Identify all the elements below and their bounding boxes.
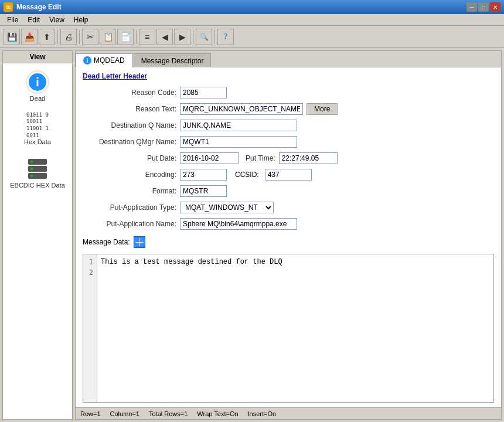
line-number-1: 1 — [87, 257, 93, 267]
put-app-name-label: Put-Application Name: — [83, 220, 176, 228]
encoding-label: Encoding: — [83, 171, 176, 179]
dest-q-name-label: Destination Q Name: — [83, 121, 176, 130]
server-unit-3 — [28, 173, 47, 179]
status-row: Row=1 — [80, 410, 101, 417]
minimize-button[interactable]: ─ — [466, 2, 477, 12]
server-unit-1 — [28, 159, 47, 165]
ebcdic-label: EBCDIC HEX Data — [10, 182, 65, 189]
grid-cell-4 — [139, 243, 144, 247]
menu-view[interactable]: View — [45, 15, 69, 25]
grid-inner-icon — [135, 238, 144, 246]
format-row: Format: — [83, 185, 494, 198]
toolbar-sep-4 — [193, 30, 193, 44]
tab-mqdead-icon: i — [83, 56, 91, 64]
reason-code-label: Reason Code: — [83, 89, 176, 97]
tab-mqdead-label: MQDEAD — [94, 56, 125, 64]
hex-data-label: Hex Data — [24, 138, 51, 145]
window-controls: ─ □ ✕ — [466, 2, 500, 12]
title-bar: ✉ Message Edit ─ □ ✕ — [0, 0, 504, 14]
dest-qmgr-name-input[interactable] — [180, 136, 297, 148]
left-panel-items: i Dead 01011 0 10011 11001 1 0011 Hex Da… — [3, 63, 72, 196]
put-app-name-input[interactable] — [180, 218, 297, 230]
dead-icon: i — [26, 70, 49, 94]
menu-help[interactable]: Help — [69, 15, 93, 25]
menu-file[interactable]: File — [2, 15, 23, 25]
paste-button[interactable]: 📄 — [117, 29, 134, 45]
status-column: Column=1 — [110, 410, 139, 417]
grid-cell-3 — [135, 243, 139, 247]
section-header: Dead Letter Header — [83, 72, 494, 80]
dest-q-name-row: Destination Q Name: — [83, 119, 494, 132]
left-panel-header: View — [3, 51, 72, 63]
put-app-type-select[interactable]: MQAT_WINDOWS_NT MQAT_UNIX MQAT_AIX — [180, 202, 274, 213]
toolbar-sep-1 — [57, 30, 58, 44]
ccsid-input[interactable] — [265, 169, 312, 181]
cut-button[interactable]: ✂ — [82, 29, 98, 45]
nav-left-button[interactable]: ◀ — [156, 29, 173, 45]
move-button[interactable]: ⬆ — [39, 29, 55, 45]
content-area: Dead Letter Header Reason Code: Reason T… — [76, 67, 501, 407]
put-time-input[interactable] — [279, 152, 338, 164]
save-button[interactable]: 💾 — [4, 29, 20, 45]
help-button[interactable]: ? — [217, 29, 234, 45]
search-button[interactable]: 🔍 — [196, 29, 212, 45]
maximize-button[interactable]: □ — [478, 2, 489, 12]
editor-textarea[interactable]: This is a test message destined for the … — [97, 254, 493, 402]
put-app-type-label: Put-Application Type: — [83, 203, 176, 212]
ebcdic-icon — [26, 157, 49, 181]
format-input[interactable] — [180, 185, 227, 197]
left-item-ebcdic[interactable]: EBCDIC HEX Data — [5, 155, 70, 191]
encoding-input[interactable] — [180, 169, 227, 181]
grid-cell-1 — [135, 238, 139, 242]
dest-qmgr-name-row: Destination QMgr Name: — [83, 135, 494, 148]
left-panel: View i Dead 01011 0 10011 11001 1 0011 — [2, 50, 73, 420]
dest-q-name-input[interactable] — [180, 120, 297, 131]
message-data-text: Message Data: — [83, 238, 130, 246]
put-app-type-row: Put-Application Type: MQAT_WINDOWS_NT MQ… — [83, 201, 494, 214]
right-panel: i MQDEAD Message Descriptor Dead Letter … — [75, 50, 502, 420]
align-button[interactable]: ≡ — [139, 29, 155, 45]
text-editor: 1 2 This is a test message destined for … — [83, 254, 494, 403]
line-numbers: 1 2 — [83, 254, 97, 402]
reason-text-label: Reason Text: — [83, 105, 176, 113]
tab-mqdead[interactable]: i MQDEAD — [76, 53, 132, 67]
dead-label: Dead — [30, 95, 45, 102]
nav-right-button[interactable]: ▶ — [174, 29, 190, 45]
app-icon: ✉ — [4, 2, 13, 12]
reason-code-input[interactable] — [180, 87, 227, 98]
info-circle-icon: i — [27, 72, 48, 93]
menu-bar: File Edit View Help — [0, 14, 504, 26]
status-total-rows: Total Rows=1 — [149, 410, 188, 417]
format-label: Format: — [83, 187, 176, 195]
toolbar-sep-3 — [136, 30, 137, 44]
more-button[interactable]: More — [307, 103, 338, 115]
put-date-row: Put Date: Put Time: — [83, 152, 494, 165]
encoding-row: Encoding: CCSID: — [83, 168, 494, 181]
status-insert: Insert=On — [248, 410, 277, 417]
left-item-dead[interactable]: i Dead — [5, 68, 70, 104]
line-number-2: 2 — [87, 267, 93, 278]
hex-data-icon: 01011 0 10011 11001 1 0011 — [26, 114, 49, 137]
put-date-input[interactable] — [180, 152, 239, 164]
message-data-icon[interactable] — [134, 236, 145, 248]
save-alt-button[interactable]: 📥 — [21, 29, 38, 45]
toolbar-sep-5 — [214, 30, 215, 44]
tab-message-descriptor-label: Message Descriptor — [141, 57, 204, 65]
status-wrap-text: Wrap Text=On — [197, 410, 238, 417]
reason-text-input[interactable] — [180, 103, 303, 115]
toolbar-sep-2 — [79, 30, 80, 44]
status-bar: Row=1 Column=1 Total Rows=1 Wrap Text=On… — [76, 407, 501, 419]
left-item-hex-data[interactable]: 01011 0 10011 11001 1 0011 Hex Data — [5, 111, 70, 148]
ccsid-label: CCSID: — [235, 171, 259, 179]
dest-qmgr-name-label: Destination QMgr Name: — [83, 138, 176, 146]
tab-bar: i MQDEAD Message Descriptor — [76, 51, 501, 67]
print-button[interactable]: 🖨 — [60, 29, 77, 45]
close-button[interactable]: ✕ — [490, 2, 500, 12]
tab-message-descriptor[interactable]: Message Descriptor — [134, 53, 212, 67]
menu-edit[interactable]: Edit — [23, 15, 45, 25]
server-display — [28, 159, 47, 179]
binary-display: 01011 0 10011 11001 1 0011 — [26, 112, 49, 139]
grid-cell-2 — [139, 238, 144, 242]
put-app-name-row: Put-Application Name: — [83, 217, 494, 230]
copy-button[interactable]: 📋 — [100, 29, 116, 45]
